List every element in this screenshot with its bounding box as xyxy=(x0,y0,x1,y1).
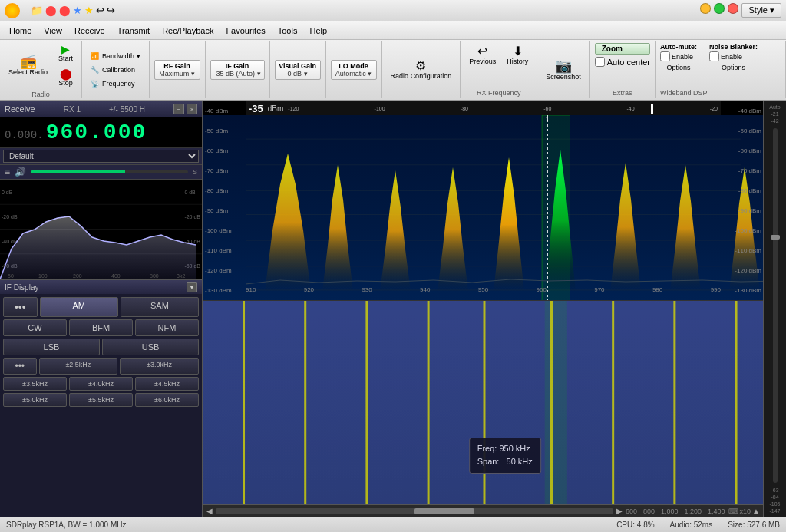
scroll-ticks: 600 800 1,000 1,200 1,400 xyxy=(626,507,725,515)
frequency-label: Frequency xyxy=(102,80,135,88)
close-button[interactable] xyxy=(728,3,738,14)
audio-status: Audio: 52ms xyxy=(670,520,713,529)
default-select[interactable]: Default xyxy=(3,150,199,163)
scroll-track[interactable] xyxy=(216,508,613,514)
waterfall[interactable]: Freq: 950 kHz Span: ±50 kHz xyxy=(203,301,763,504)
history-button[interactable]: ⬇ History xyxy=(503,43,532,68)
if-display-collapse-button[interactable]: ▼ xyxy=(187,282,197,292)
if-gain-dropdown[interactable]: IF Gain -35 dB (Auto) ▾ xyxy=(210,60,265,80)
cbar-label-5: -20 xyxy=(710,106,718,111)
bw7-button[interactable]: ±5.5kHz xyxy=(69,393,133,407)
toolbar-ifgain-group: IF Gain -35 dB (Auto) ▾ xyxy=(206,41,270,98)
x10-up-button[interactable]: ▲ xyxy=(752,507,760,515)
nb-enable-checkbox[interactable] xyxy=(709,51,719,61)
menu-home[interactable]: Home xyxy=(3,25,38,37)
keyboard-icon: ⌨ xyxy=(728,507,738,515)
bw-row-1: ••• ±2.5kHz ±3.0kHz xyxy=(3,358,199,375)
scroll-left-button[interactable]: ◀ xyxy=(206,507,213,515)
bandwidth-button[interactable]: 📶 Bandwidth ▾ xyxy=(87,50,144,62)
cw-button[interactable]: CW xyxy=(3,319,67,336)
scroll-tick-1400: 1,400 xyxy=(708,507,725,515)
toolbar: 📻 Select Radio ▶ Start ⬤ Stop Radio 📶 Ba… xyxy=(0,40,786,101)
dbm-value: -35 xyxy=(249,103,263,114)
maximize-button[interactable] xyxy=(714,3,725,14)
automute-enable-checkbox[interactable] xyxy=(660,51,670,61)
automute-options-button[interactable]: Options xyxy=(660,62,697,73)
mode-dots-button[interactable]: ••• xyxy=(3,297,38,317)
cpu-status: CPU: 4.8% xyxy=(616,520,654,529)
select-radio-button[interactable]: 📻 Select Radio xyxy=(5,52,51,78)
stop-icon: ⬤ xyxy=(60,68,72,79)
bw6-button[interactable]: ±5.0kHz xyxy=(3,393,67,407)
screenshot-button[interactable]: 📷 Screenshot xyxy=(542,57,585,83)
bw2-button[interactable]: ±3.0kHz xyxy=(120,358,199,375)
bw8-button[interactable]: ±6.0kHz xyxy=(135,393,199,407)
zoom-slider[interactable] xyxy=(773,128,778,483)
nfm-button[interactable]: NFM xyxy=(135,319,199,336)
scroll-right-button[interactable]: ▶ xyxy=(616,507,623,515)
svg-text:800: 800 xyxy=(150,273,159,279)
am-button[interactable]: AM xyxy=(40,297,118,317)
auto-center-checkbox[interactable] xyxy=(595,57,605,67)
mini-spectrum-svg: 50 100 200 400 800 3k2 xyxy=(0,180,202,279)
main-spectrum[interactable]: -35 dBm -120 -100 -80 -60 -40 -20 xyxy=(203,101,763,301)
bw1-button[interactable]: ±2.5kHz xyxy=(39,358,118,375)
volume-row: ≡ 🔊 S xyxy=(0,165,202,180)
menu-transmit[interactable]: Transmit xyxy=(111,25,156,37)
visual-gain-dropdown[interactable]: Visual Gain 0 dB ▾ xyxy=(275,60,321,80)
dbm-topbar: -35 dBm -120 -100 -80 -60 -40 -20 xyxy=(246,101,721,115)
nb-options-button[interactable]: Options xyxy=(709,62,758,73)
stop-button[interactable]: ⬤ Stop xyxy=(54,66,77,89)
minimize-button[interactable] xyxy=(700,3,711,14)
status-bar: SDRplay RSP1A, BW = 1.000 MHz CPU: 4.8% … xyxy=(0,517,786,532)
menu-view[interactable]: View xyxy=(38,25,68,37)
rx-freq-label: RX Frequency xyxy=(477,89,521,97)
style-button[interactable]: Style ▾ xyxy=(741,3,781,18)
volume-slider[interactable] xyxy=(31,170,188,173)
cbar-label-0: -120 xyxy=(288,106,299,111)
rx-close-button[interactable]: × xyxy=(187,104,197,114)
bw3-button[interactable]: ±3.5kHz xyxy=(3,377,67,391)
right-panel: -35 dBm -120 -100 -80 -60 -40 -20 xyxy=(203,101,763,517)
svg-text:200: 200 xyxy=(73,273,82,279)
menu-receive[interactable]: Receive xyxy=(68,25,111,37)
scroll-thumb[interactable] xyxy=(414,508,474,514)
menu-help[interactable]: Help xyxy=(303,25,333,37)
radio-config-button[interactable]: ⚙ Radio Configuration xyxy=(387,58,456,82)
bfm-button[interactable]: BFM xyxy=(69,319,133,336)
radio-config-label: Radio Configuration xyxy=(391,72,452,80)
previous-button[interactable]: ↩ Previous xyxy=(465,43,500,68)
prev-label: Previous xyxy=(469,58,496,65)
star-icon: ★ xyxy=(73,5,82,16)
wideband-dsp-label: Wideband DSP xyxy=(660,89,708,97)
bw4-button[interactable]: ±4.0kHz xyxy=(69,377,133,391)
left-panel: Receive RX 1 +/- 5500 H − × 0.000. 960.0… xyxy=(0,101,203,517)
rx-collapse-button[interactable]: − xyxy=(173,104,184,114)
frequency-button[interactable]: 📡 Frequency xyxy=(87,78,139,90)
bw-row-3: ±5.0kHz ±5.5kHz ±6.0kHz xyxy=(3,393,199,407)
extras-label: Extras xyxy=(613,89,632,97)
default-row: Default xyxy=(0,148,202,165)
sam-button[interactable]: SAM xyxy=(121,297,199,317)
zoom-slider-thumb[interactable] xyxy=(771,235,780,240)
zoom-button[interactable]: Zoom xyxy=(595,43,650,55)
zoom-label-top: Auto xyxy=(769,104,780,110)
toolbar-radio-group: 📻 Select Radio ▶ Start ⬤ Stop Radio xyxy=(0,41,82,98)
menu-favourites[interactable]: Favourites xyxy=(220,25,271,37)
lsb-button[interactable]: LSB xyxy=(3,339,100,355)
zoom-panel: Auto -21 -42 -63 -84 -105 -147 xyxy=(763,101,786,517)
redo-icon: ↪ xyxy=(107,5,115,16)
scroll-bar: ◀ ▶ 600 800 1,000 1,200 1,400 ⌨ x10 ▲ xyxy=(203,504,763,517)
rx-range-label: +/- 5500 H xyxy=(109,105,145,114)
menu-tools[interactable]: Tools xyxy=(272,25,304,37)
nb-enable-label: Enable xyxy=(721,53,742,61)
calibration-button[interactable]: 🔧 Calibration xyxy=(87,64,139,76)
lo-mode-dropdown[interactable]: LO Mode Automatic ▾ xyxy=(331,60,377,80)
usb-button[interactable]: USB xyxy=(102,339,199,355)
rf-gain-dropdown[interactable]: RF Gain Maximum ▾ xyxy=(154,60,200,80)
bw-dots-button[interactable]: ••• xyxy=(3,358,37,375)
menu-recplayback[interactable]: Rec/Playback xyxy=(156,25,220,37)
undo-icon: ↩ xyxy=(96,5,104,16)
start-button[interactable]: ▶ Start xyxy=(54,41,77,64)
bw5-button[interactable]: ±4.5kHz xyxy=(135,377,199,391)
